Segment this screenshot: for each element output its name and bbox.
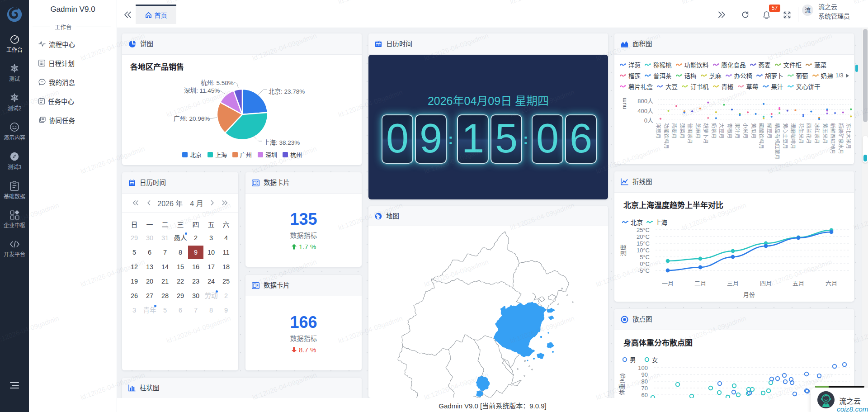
svg-text:杭州: 杭州 xyxy=(290,152,302,158)
svg-text:北京: 23.78%: 北京: 23.78% xyxy=(269,88,305,95)
svg-text:深圳: 深圳 xyxy=(265,152,277,158)
svg-text:上海: 上海 xyxy=(215,152,227,158)
svg-text:杭州: 5.58%: 杭州: 5.58% xyxy=(201,80,234,86)
svg-text:北京: 北京 xyxy=(190,152,202,158)
svg-text:广州: 广州 xyxy=(240,152,252,158)
svg-text:深圳: 11.45%: 深圳: 11.45% xyxy=(184,87,220,94)
svg-text:上海: 38.23%: 上海: 38.23% xyxy=(264,139,300,146)
svg-text:广州: 20.96%: 广州: 20.96% xyxy=(174,115,210,122)
